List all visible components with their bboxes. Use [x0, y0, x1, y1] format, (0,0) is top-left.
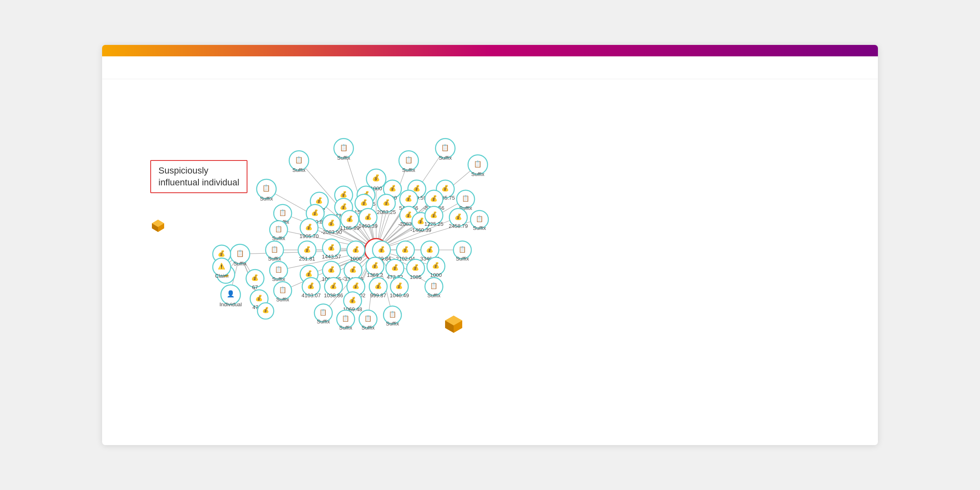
svg-text:67: 67	[252, 284, 258, 290]
svg-text:Suffix: Suffix	[473, 225, 486, 231]
svg-text:💰: 💰	[311, 209, 319, 216]
svg-text:1369.2: 1369.2	[367, 272, 383, 278]
svg-text:📋: 📋	[271, 246, 278, 253]
svg-text:📋: 📋	[295, 156, 303, 164]
svg-text:Suffix: Suffix	[317, 318, 330, 325]
svg-text:💰: 💰	[383, 199, 390, 206]
svg-text:💰: 💰	[327, 244, 335, 251]
svg-text:Suffix: Suffix	[234, 261, 247, 267]
svg-text:1185-89: 1185-89	[340, 225, 359, 231]
svg-text:💰: 💰	[371, 262, 379, 269]
svg-text:💰: 💰	[372, 174, 380, 182]
header-gradient-bar	[102, 45, 878, 56]
svg-text:1000: 1000	[430, 272, 442, 278]
svg-text:📋: 📋	[342, 315, 350, 322]
svg-text:📋: 📋	[459, 246, 466, 253]
svg-text:1225.25: 1225.25	[424, 221, 443, 227]
svg-text:Suffix: Suffix	[292, 167, 306, 173]
svg-text:1443.57: 1443.57	[322, 254, 341, 260]
svg-text:📋: 📋	[389, 311, 396, 318]
svg-text:💰: 💰	[374, 282, 382, 290]
svg-text:💰: 💰	[430, 195, 438, 202]
svg-text:Suffix: Suffix	[272, 276, 285, 282]
svg-text:⚠️: ⚠️	[218, 263, 225, 270]
svg-text:Suffix: Suffix	[361, 325, 375, 331]
svg-text:💰: 💰	[218, 250, 225, 257]
svg-text:1085: 1085	[410, 274, 421, 280]
svg-text:Suffix: Suffix	[337, 155, 351, 161]
svg-text:💰: 💰	[346, 215, 354, 223]
svg-text:💰: 💰	[426, 246, 434, 253]
svg-text:💰: 💰	[305, 270, 313, 277]
svg-text:4103.07: 4103.07	[302, 292, 321, 298]
svg-text:Suffix: Suffix	[339, 325, 353, 331]
svg-text:Suffix: Suffix	[471, 171, 485, 177]
svg-text:💰: 💰	[364, 213, 372, 220]
svg-text:251.81: 251.81	[299, 256, 315, 262]
svg-text:💰: 💰	[307, 282, 315, 290]
svg-text:💰: 💰	[303, 246, 311, 253]
svg-text:💰: 💰	[315, 197, 323, 204]
svg-text:📋: 📋	[340, 144, 348, 151]
svg-text:Suffix: Suffix	[268, 256, 281, 262]
svg-text:💰: 💰	[262, 307, 270, 314]
svg-text:💰: 💰	[330, 282, 337, 290]
svg-text:💰: 💰	[401, 246, 409, 253]
svg-text:💰: 💰	[327, 219, 335, 227]
svg-text:📋: 📋	[275, 225, 283, 233]
svg-text:💰: 💰	[378, 246, 385, 253]
svg-text:📋: 📋	[262, 184, 270, 192]
svg-text:💰: 💰	[352, 246, 360, 253]
svg-text:-1460.39: -1460.39	[410, 227, 431, 233]
svg-text:📋: 📋	[474, 160, 482, 168]
svg-text:Suffix: Suffix	[402, 167, 416, 173]
svg-text:📋: 📋	[275, 266, 283, 273]
svg-text:📋: 📋	[441, 144, 449, 151]
svg-text:💰: 💰	[412, 264, 419, 271]
svg-text:💰: 💰	[360, 199, 368, 206]
svg-text:💰: 💰	[349, 266, 357, 273]
svg-text:📋: 📋	[319, 309, 327, 316]
svg-text:📋: 📋	[405, 156, 413, 164]
svg-text:Suffix: Suffix	[260, 196, 273, 202]
page-wrapper: Suspiciously influentual individual	[0, 0, 980, 490]
svg-text:Suffix: Suffix	[386, 321, 399, 327]
svg-text:💰: 💰	[389, 185, 396, 192]
svg-text:💰: 💰	[255, 294, 263, 302]
svg-text:👤: 👤	[227, 290, 235, 298]
svg-text:2083.25: 2083.25	[377, 209, 396, 215]
svg-text:1905.70: 1905.70	[300, 233, 319, 239]
svg-text:💰: 💰	[305, 223, 313, 231]
svg-text:1038.86: 1038.86	[324, 292, 343, 298]
network-graph: 👤 📋 Suffix 📋 Suffix 📋 Suffix 💰 1000	[102, 79, 878, 445]
svg-text:💰: 💰	[405, 195, 412, 202]
svg-text:💰: 💰	[251, 274, 259, 281]
svg-text:💰: 💰	[327, 266, 335, 273]
svg-text:💰: 💰	[430, 211, 438, 218]
svg-text:2458.79: 2458.79	[449, 223, 468, 229]
svg-text:📋: 📋	[462, 195, 470, 202]
svg-text:Suffix: Suffix	[456, 256, 469, 262]
svg-text:Suffix: Suffix	[276, 296, 290, 303]
svg-text:💰: 💰	[340, 191, 347, 198]
svg-text:💰: 💰	[352, 282, 360, 290]
svg-text:999.87: 999.87	[370, 292, 386, 298]
svg-text:-2083.90: -2083.90	[321, 229, 342, 235]
svg-text:📋: 📋	[476, 215, 483, 223]
svg-text:💰: 💰	[413, 185, 421, 192]
main-card: Suspiciously influentual individual	[102, 45, 878, 445]
svg-text:Suffix: Suffix	[439, 155, 452, 161]
svg-text:📋: 📋	[236, 249, 244, 257]
svg-text:💰: 💰	[454, 213, 462, 220]
svg-text:Claim: Claim	[215, 273, 228, 279]
svg-text:📋: 📋	[430, 282, 438, 290]
graph-area: Suspiciously influentual individual	[102, 79, 878, 445]
title-row	[102, 56, 878, 79]
svg-text:💰: 💰	[395, 282, 403, 290]
svg-text:💰: 💰	[405, 211, 412, 218]
svg-text:1000: 1000	[350, 256, 362, 262]
svg-text:Suffix: Suffix	[272, 235, 285, 241]
svg-text:Individual: Individual	[219, 301, 242, 307]
svg-text:1040.49: 1040.49	[390, 292, 409, 298]
svg-text:💰: 💰	[441, 185, 449, 192]
